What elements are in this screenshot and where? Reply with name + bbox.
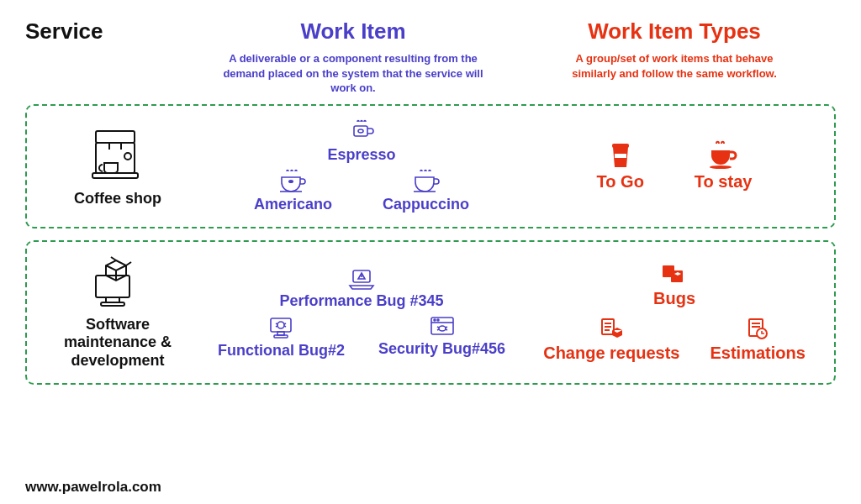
- workitem-americano: Americano: [254, 169, 332, 213]
- computer-box-icon: [87, 255, 148, 311]
- col-workitem: Work Item A deliverable or a component r…: [193, 18, 513, 96]
- svg-point-31: [439, 326, 446, 331]
- type-label: To stay: [695, 172, 753, 192]
- svg-line-34: [437, 329, 439, 330]
- svg-point-13: [710, 165, 732, 169]
- header-workitem-sub: A deliverable or a component resulting f…: [223, 51, 483, 96]
- document-clock-icon: [745, 317, 770, 342]
- col-types: Work Item Types A group/set of work item…: [513, 18, 836, 81]
- svg-line-25: [276, 326, 277, 327]
- svg-line-23: [276, 323, 277, 324]
- header-workitem: Work Item: [193, 18, 513, 45]
- header-service: Service: [25, 18, 193, 45]
- svg-rect-6: [354, 126, 367, 136]
- type-label: Change requests: [543, 344, 679, 363]
- workitem-perfbug: Performance Bug #345: [279, 265, 443, 310]
- type-togo: To Go: [597, 140, 644, 192]
- col-service: Service: [25, 18, 193, 45]
- svg-line-33: [446, 327, 447, 328]
- document-box-icon: [597, 317, 626, 342]
- svg-line-32: [437, 327, 439, 328]
- boxes-icon: [659, 262, 689, 287]
- svg-rect-21: [274, 335, 288, 338]
- svg-point-30: [437, 319, 439, 321]
- svg-rect-16: [101, 302, 124, 306]
- svg-line-24: [284, 323, 286, 324]
- svg-rect-0: [96, 131, 135, 143]
- svg-rect-11: [612, 144, 629, 148]
- svg-line-35: [446, 329, 447, 330]
- type-label: Bugs: [653, 289, 695, 308]
- service-label: Coffee shop: [34, 190, 202, 208]
- coffee-machine-icon: [87, 124, 148, 185]
- header-types-sub: A group/set of work items that behave si…: [565, 51, 784, 81]
- workitem-funcbug: Functional Bug#2: [218, 315, 345, 360]
- workitem-label: Performance Bug #345: [279, 292, 443, 310]
- service-cell: Coffee shop: [34, 124, 202, 208]
- svg-point-29: [434, 319, 436, 321]
- svg-rect-12: [615, 154, 626, 158]
- workitem-label: Functional Bug#2: [218, 342, 345, 360]
- laptop-warning-icon: [348, 265, 375, 291]
- workitem-cell: Espresso Americano: [202, 119, 521, 213]
- type-label: To Go: [597, 172, 644, 192]
- svg-point-5: [124, 153, 131, 160]
- footer-credit: www.pawelrola.com: [25, 479, 161, 496]
- svg-rect-1: [96, 143, 135, 173]
- monitor-bug-icon: [267, 315, 294, 340]
- workitem-secbug: Security Bug#456: [378, 315, 505, 360]
- svg-line-26: [284, 326, 286, 327]
- workitem-label: Cappuccino: [383, 196, 469, 213]
- type-label: Estimations: [710, 344, 805, 363]
- svg-point-22: [277, 322, 284, 328]
- svg-point-7: [358, 129, 363, 133]
- service-label: Software maintenance & development: [46, 316, 189, 370]
- workitem-cell: Performance Bug #345 Functional Bug#2: [202, 265, 521, 360]
- workitem-label: Espresso: [327, 146, 395, 164]
- coffee-cup-icon: [410, 169, 442, 194]
- svg-rect-19: [271, 318, 291, 332]
- type-tostay: To stay: [695, 140, 753, 192]
- coffee-cup-icon: [277, 169, 309, 194]
- svg-point-8: [288, 180, 293, 183]
- workitem-espresso: Espresso: [327, 119, 395, 164]
- workitem-cappuccino: Cappuccino: [383, 169, 469, 213]
- example-row-software: Software maintenance & development Perfo…: [25, 240, 836, 386]
- type-changereq: Change requests: [543, 317, 679, 363]
- type-estimations: Estimations: [710, 317, 805, 363]
- takeaway-cup-icon: [608, 140, 633, 171]
- workitem-label: Americano: [254, 196, 332, 213]
- types-cell: Bugs Change requests: [521, 262, 827, 363]
- example-row-coffee: Coffee shop Espresso: [25, 104, 836, 228]
- header-types: Work Item Types: [513, 18, 836, 45]
- types-cell: To Go To stay: [521, 140, 827, 192]
- workitem-label: Security Bug#456: [378, 340, 505, 358]
- service-cell: Software maintenance & development: [34, 255, 202, 370]
- browser-bug-icon: [429, 315, 456, 339]
- coffee-cup-icon: [706, 140, 740, 171]
- type-bugs: Bugs: [653, 262, 695, 308]
- espresso-cup-icon: [347, 119, 376, 144]
- header-row: Service Work Item A deliverable or a com…: [25, 18, 836, 96]
- svg-rect-37: [671, 270, 683, 282]
